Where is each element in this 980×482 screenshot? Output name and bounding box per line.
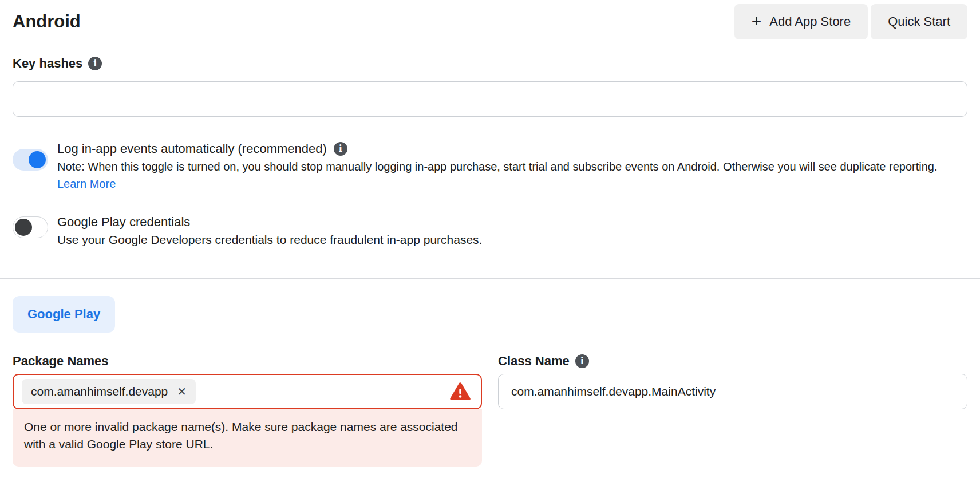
page-title: Android [13,11,81,32]
learn-more-link[interactable]: Learn More [57,177,116,190]
quick-start-button[interactable]: Quick Start [871,4,967,39]
toggle-knob [29,151,46,168]
add-app-store-label: Add App Store [769,14,851,29]
section-divider [0,278,980,279]
log-events-title: Log in-app events automatically (recomme… [57,140,327,158]
google-play-tab[interactable]: Google Play [13,296,115,333]
class-name-label: Class Name [498,353,570,369]
info-icon[interactable]: i [88,57,102,70]
class-name-column: Class Name i [498,353,967,467]
key-hashes-input[interactable] [13,81,967,117]
google-play-credentials-description: Use your Google Developers credentials t… [57,231,967,248]
log-events-toggle[interactable] [13,149,48,171]
add-app-store-button[interactable]: + Add App Store [734,4,868,39]
package-tag-label: com.amanhimself.devapp [31,385,168,398]
package-names-label: Package Names [13,353,109,369]
page-header: Android + Add App Store Quick Start [13,3,967,40]
quick-start-label: Quick Start [888,14,950,29]
google-play-credentials-toggle[interactable] [13,216,48,238]
package-names-error: One or more invalid package name(s). Mak… [13,409,482,467]
key-hashes-label: Key hashes [13,55,82,72]
info-icon[interactable]: i [334,142,347,156]
plus-icon: + [752,13,762,30]
package-names-column: Package Names com.amanhimself.devapp ✕ [13,353,482,467]
google-play-credentials-row: Google Play credentials Use your Google … [13,213,967,248]
log-events-row: Log in-app events automatically (recomme… [13,140,967,192]
android-settings-page: Android + Add App Store Quick Start Key … [0,3,980,467]
toggle-knob [15,219,32,236]
key-hashes-label-row: Key hashes i [13,55,967,72]
warning-icon [450,382,471,401]
close-icon[interactable]: ✕ [177,386,187,397]
header-actions: + Add App Store Quick Start [734,4,967,39]
google-play-tab-label: Google Play [27,307,100,322]
google-play-credentials-title: Google Play credentials [57,213,190,231]
class-name-input[interactable] [498,374,967,409]
log-events-note: Note: When this toggle is turned on, you… [57,158,967,192]
package-tag: com.amanhimself.devapp ✕ [22,379,196,404]
info-icon[interactable]: i [575,354,589,368]
store-fields-grid: Package Names com.amanhimself.devapp ✕ [13,353,967,467]
package-names-input[interactable]: com.amanhimself.devapp ✕ [13,374,482,409]
